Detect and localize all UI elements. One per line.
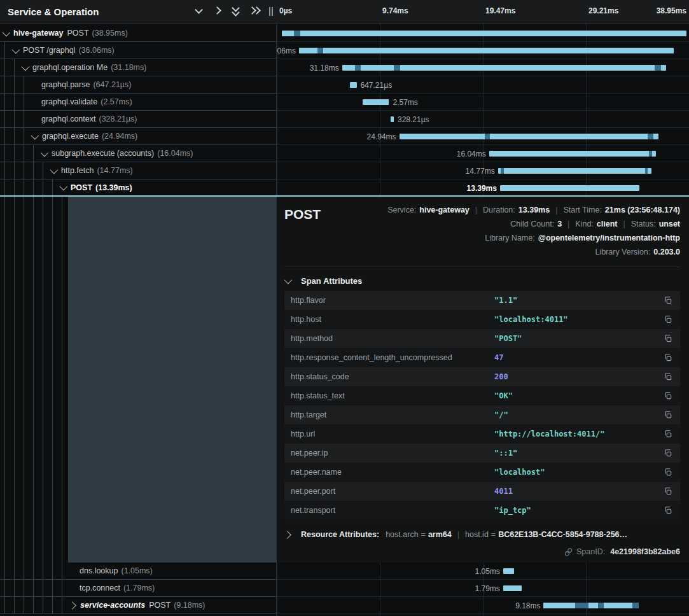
span-bar[interactable] <box>400 134 658 139</box>
span-timeline-cell[interactable]: 13.39ms <box>277 179 689 197</box>
copy-attribute-button[interactable] <box>662 352 674 363</box>
span-row[interactable]: POST(13.39ms)13.39ms <box>0 179 689 197</box>
operation-name: POST <box>149 601 171 610</box>
span-bar[interactable] <box>503 585 522 591</box>
span-timeline-cell[interactable]: 31.18ms <box>277 59 689 76</box>
span-duration-label: 36.06ms <box>277 46 296 55</box>
span-row[interactable]: graphql.operation Me(31.18ms)31.18ms <box>0 59 689 76</box>
span-bar[interactable] <box>498 168 651 174</box>
copy-attribute-button[interactable] <box>662 333 674 344</box>
resource-equals: = <box>489 530 498 539</box>
indent-guide <box>24 94 24 110</box>
span-timeline-cell[interactable]: 36.06ms <box>277 42 689 59</box>
span-timeline-cell[interactable]: 2.57ms <box>277 94 689 111</box>
double-chevron-down-icon[interactable] <box>229 4 242 17</box>
span-row[interactable]: dns.lookup(1.05ms)1.05ms <box>0 563 689 580</box>
span-duration: (9.18ms) <box>174 601 205 610</box>
span-bar-segment <box>655 65 661 71</box>
span-attributes-header[interactable]: Span Attributes <box>284 276 680 286</box>
span-row[interactable]: graphql.context(328.21µs)328.21µs <box>0 111 689 128</box>
link-icon[interactable] <box>564 548 573 556</box>
span-tree-item[interactable]: service-accountsPOST(9.18ms) <box>0 597 277 614</box>
copy-attribute-button[interactable] <box>662 390 674 402</box>
span-bar[interactable] <box>350 82 357 88</box>
span-row[interactable]: subgraph.execute (accounts)(16.04ms)16.0… <box>0 145 689 162</box>
meta-label: Status: <box>631 220 656 228</box>
span-bar[interactable] <box>342 65 666 71</box>
chevron-down-icon[interactable] <box>60 183 68 191</box>
span-timeline-cell[interactable]: 328.21µs <box>277 111 689 128</box>
span-tree-item[interactable]: graphql.operation Me(31.18ms) <box>0 59 277 76</box>
attribute-key: http.response_content_length_uncompresse… <box>291 353 494 362</box>
span-row[interactable]: graphql.validate(2.57ms)2.57ms <box>0 94 689 111</box>
chevron-right-icon[interactable] <box>68 601 76 610</box>
span-bar[interactable] <box>391 116 394 122</box>
span-timeline-cell[interactable]: 24.94ms <box>277 128 689 145</box>
chevron-right-icon[interactable] <box>211 4 223 17</box>
span-row[interactable]: hive-gatewayPOST(38.95ms) <box>0 25 689 42</box>
span-tree-item[interactable]: graphql.parse(647.21µs) <box>0 76 277 94</box>
copy-attribute-button[interactable] <box>662 409 674 421</box>
span-timeline-cell[interactable]: 16.04ms <box>277 145 689 162</box>
span-timeline-cell[interactable]: 1.05ms <box>277 563 689 580</box>
chevron-down-icon[interactable] <box>3 28 11 36</box>
copy-attribute-button[interactable] <box>662 295 674 306</box>
copy-attribute-button[interactable] <box>662 447 674 459</box>
span-row[interactable]: graphql.parse(647.21µs)647.21µs <box>0 76 689 94</box>
span-bar[interactable] <box>543 603 639 608</box>
span-tree-item[interactable]: http.fetch(14.77ms) <box>0 162 277 179</box>
resource-attributes-row[interactable]: Resource Attributes: host.arch=arm64|hos… <box>284 530 680 539</box>
span-bar[interactable] <box>489 151 656 157</box>
span-row[interactable]: tcp.connect(1.79ms)1.79ms <box>0 580 689 597</box>
panel-resize-handle[interactable] <box>269 7 273 16</box>
indent-guide <box>33 162 34 179</box>
indent-guide <box>43 580 43 596</box>
span-row[interactable]: graphql.execute(24.94ms)24.94ms <box>0 128 689 145</box>
chevron-down-icon[interactable] <box>192 4 205 17</box>
meta-value: @opentelemetry/instrumentation-http <box>538 234 680 242</box>
span-row[interactable]: POST /graphql(36.06ms)36.06ms <box>0 42 689 59</box>
chevron-down-icon[interactable] <box>31 131 39 139</box>
span-bar[interactable] <box>500 185 639 191</box>
copy-attribute-button[interactable] <box>662 466 674 478</box>
span-tree-item[interactable]: POST(13.39ms) <box>0 179 277 197</box>
span-tree-item[interactable]: graphql.context(328.21µs) <box>0 111 277 128</box>
span-bar-segment <box>645 168 648 174</box>
chevron-down-icon[interactable] <box>41 148 49 157</box>
span-tree-item[interactable]: dns.lookup(1.05ms) <box>0 563 277 580</box>
span-id-value: 4e21998f3b82abe6 <box>610 547 680 556</box>
copy-attribute-button[interactable] <box>662 371 674 382</box>
chevron-down-icon[interactable] <box>22 62 30 71</box>
span-timeline-cell[interactable]: 14.77ms <box>277 162 689 179</box>
span-bar[interactable] <box>363 99 389 105</box>
span-tree-item[interactable]: subgraph.execute (accounts)(16.04ms) <box>0 145 277 162</box>
copy-icon <box>664 506 672 515</box>
copy-attribute-button[interactable] <box>662 486 674 497</box>
span-tree-item[interactable]: graphql.execute(24.94ms) <box>0 128 277 145</box>
span-row[interactable]: http.fetch(14.77ms)14.77ms <box>0 162 689 179</box>
span-duration-label: 328.21µs <box>398 115 429 124</box>
span-bar[interactable] <box>282 31 686 36</box>
copy-icon <box>664 391 672 400</box>
span-timeline-cell[interactable]: 1.79ms <box>277 580 689 597</box>
span-bar[interactable] <box>503 568 514 574</box>
span-timeline-cell[interactable]: 647.21µs <box>277 76 689 94</box>
attribute-value: "::1" <box>494 449 662 458</box>
copy-attribute-button[interactable] <box>662 314 674 325</box>
chevron-down-icon[interactable] <box>50 165 59 174</box>
span-tree-item[interactable]: graphql.validate(2.57ms) <box>0 94 277 111</box>
span-tree-item[interactable]: POST /graphql(36.06ms) <box>0 42 277 59</box>
double-chevron-right-icon[interactable] <box>247 4 260 17</box>
attribute-value: 200 <box>494 372 662 381</box>
meta-label: Duration: <box>483 206 515 214</box>
copy-attribute-button[interactable] <box>662 505 674 516</box>
span-timeline-cell[interactable]: 9.18ms <box>277 597 689 614</box>
span-tree-item[interactable]: tcp.connect(1.79ms) <box>0 580 277 597</box>
chevron-down-icon[interactable] <box>12 45 20 53</box>
copy-attribute-button[interactable] <box>662 428 674 440</box>
span-timeline-cell[interactable] <box>277 25 689 42</box>
span-row[interactable]: service-accountsPOST(9.18ms)9.18ms <box>0 597 689 614</box>
meta-label: Service: <box>387 206 416 214</box>
span-bar[interactable] <box>299 48 674 53</box>
span-tree-item[interactable]: hive-gatewayPOST(38.95ms) <box>0 25 277 42</box>
